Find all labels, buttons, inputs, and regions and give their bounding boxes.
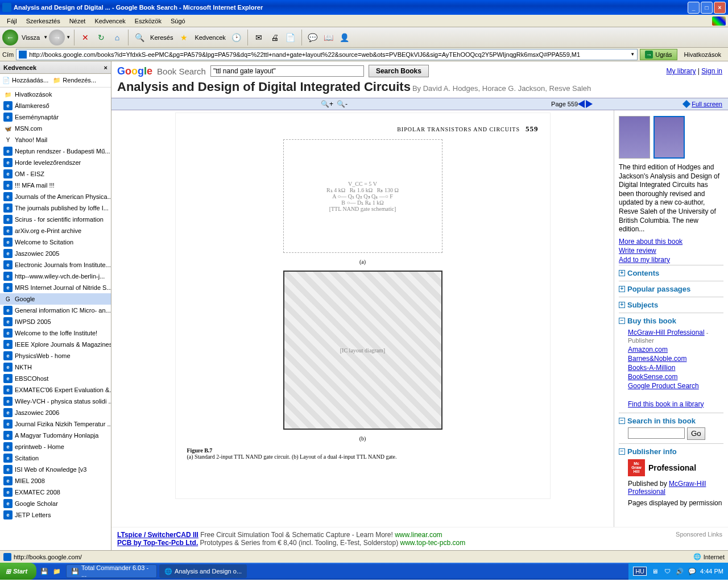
ad2-title-link[interactable]: PCB by Top-Tec-Pcb Ltd. <box>117 539 198 547</box>
favorite-item[interactable]: eMRS Internet Journal of Nitride S... <box>0 282 111 293</box>
contents-section[interactable]: +Contents <box>619 265 723 281</box>
ql-icon-1[interactable]: 💾 <box>39 566 50 577</box>
menu-view[interactable]: Nézet <box>65 16 90 26</box>
google-logo[interactable]: Google <box>117 65 152 77</box>
favorite-item[interactable]: ePhysicsWeb - home <box>0 350 111 361</box>
buy-bam-link[interactable]: Books-A-Million <box>628 364 723 372</box>
ad2-url[interactable]: www.top-tec-pcb.com <box>400 539 466 547</box>
menu-tools[interactable]: Eszközök <box>130 16 166 26</box>
favorite-item[interactable]: eEXMATEC'06 Expert Evaluation &... <box>0 384 111 396</box>
taskbar-item-2[interactable]: 🌐Analysis and Design o... <box>159 564 247 578</box>
refresh-button[interactable]: ↻ <box>94 30 109 45</box>
favorite-item[interactable]: eGoogle Scholar <box>0 498 111 509</box>
menu-edit[interactable]: Szerkesztés <box>22 16 65 26</box>
more-about-link[interactable]: More about this book <box>619 238 723 246</box>
favorites-close-icon[interactable]: × <box>104 64 107 71</box>
start-button[interactable]: ⊞ Start <box>0 563 36 580</box>
buy-bn-link[interactable]: Barnes&Noble.com <box>628 355 723 363</box>
menu-file[interactable]: Fájl <box>2 16 22 26</box>
favorite-item[interactable]: eHorde levelezőrendszer <box>0 157 111 168</box>
favorite-item[interactable]: eElectronic Journals from Institute... <box>0 259 111 271</box>
search-input[interactable] <box>210 65 364 77</box>
favorite-item[interactable]: eMIEL 2008 <box>0 475 111 487</box>
forward-button[interactable]: → <box>49 30 65 45</box>
favorite-item[interactable]: eJournal Fizika Nizkih Temperatur ... <box>0 418 111 430</box>
favorite-item[interactable]: eJournals of the American Physica... <box>0 191 111 202</box>
language-indicator[interactable]: HU <box>633 567 647 576</box>
favorites-star-icon[interactable]: ★ <box>176 30 191 45</box>
prev-page-button[interactable] <box>578 100 585 108</box>
clock[interactable]: 4:44 PM <box>700 568 723 575</box>
favorite-item[interactable]: GGoogle <box>0 293 111 305</box>
favorite-item[interactable]: eIEEE Xplore Journals & Magazines <box>0 339 111 350</box>
expand-icon[interactable]: + <box>619 302 625 308</box>
favorite-item[interactable]: 🦋MSN.com <box>0 123 111 134</box>
stop-button[interactable]: ✕ <box>78 30 93 45</box>
ql-icon-2[interactable]: 📁 <box>51 566 63 577</box>
close-button[interactable]: × <box>714 2 726 14</box>
favorite-item[interactable]: eIWPSD 2005 <box>0 316 111 327</box>
history-icon[interactable]: 🕑 <box>229 30 244 45</box>
favorite-item[interactable]: eEBSCOhost <box>0 373 111 384</box>
maximize-button[interactable]: □ <box>701 2 713 14</box>
search-in-book-go-button[interactable]: Go <box>687 427 705 440</box>
back-dropdown-icon[interactable]: ▼ <box>43 35 48 40</box>
favorite-item[interactable]: ehttp--www.wiley-vch.de-berlin-j... <box>0 271 111 282</box>
back-button[interactable]: ← <box>2 30 18 45</box>
print-icon[interactable]: 🖨 <box>267 30 282 45</box>
address-input[interactable]: http://books.google.com/books?id=YfdxkS-… <box>16 49 638 60</box>
address-dropdown-icon[interactable]: ▼ <box>630 52 635 57</box>
favorite-item[interactable]: eJETP Letters <box>0 509 111 521</box>
favorite-item[interactable]: eEseménynaptár <box>0 111 111 123</box>
links-button[interactable]: Hivatkozások <box>680 51 726 58</box>
favorite-item[interactable]: eISI Web of Knowledge [v3 <box>0 464 111 475</box>
favorite-item[interactable]: e!!! MFA mail !!! <box>0 180 111 191</box>
favorite-item[interactable]: eJaszowiec 2006 <box>0 407 111 418</box>
edit-icon[interactable]: 📄 <box>283 30 298 45</box>
favorite-item[interactable]: eScitation <box>0 452 111 464</box>
favorite-item[interactable]: eGeneral information IC Micro- an... <box>0 305 111 316</box>
favorite-item[interactable]: eWelcome to the Ioffe Institute! <box>0 327 111 339</box>
taskbar-item-1[interactable]: 💾Total Commander 6.03 - ... <box>66 564 157 578</box>
mail-icon[interactable]: ✉ <box>251 30 266 45</box>
book-page-view[interactable]: BIPOLAR TRANSISTORS AND CIRCUITS559 V_CC… <box>111 110 614 527</box>
favorite-item[interactable]: YYahoo! Mail <box>0 134 111 146</box>
tray-icon-2[interactable]: 🛡 <box>663 567 672 576</box>
popular-passages-section[interactable]: +Popular passages <box>619 281 723 297</box>
my-library-link[interactable]: My library <box>666 67 696 75</box>
favorite-item[interactable]: eA Magyar Tudomány Honlapja <box>0 430 111 441</box>
tray-icon-1[interactable]: 🖥 <box>650 567 659 576</box>
forward-dropdown-icon[interactable]: ▼ <box>66 35 71 40</box>
ad1-url[interactable]: www.linear.com <box>395 531 442 539</box>
favorite-item[interactable]: eOM - EISZ <box>0 168 111 180</box>
menu-favorites[interactable]: Kedvencek <box>90 16 130 26</box>
collapse-icon[interactable]: − <box>619 318 625 324</box>
home-button[interactable]: ⌂ <box>110 30 125 45</box>
research-icon[interactable]: 📖 <box>321 30 336 45</box>
next-page-button[interactable] <box>586 100 593 108</box>
collapse-icon[interactable]: − <box>619 418 625 424</box>
zoom-in-icon[interactable]: 🔍+ <box>321 100 333 108</box>
favorite-item[interactable]: eJaszowiec 2005 <box>0 248 111 259</box>
search-books-button[interactable]: Search Books <box>369 65 429 77</box>
favorite-item[interactable]: eThe journals published by Ioffe I... <box>0 202 111 214</box>
search-in-book-input[interactable] <box>628 427 685 439</box>
collapse-icon[interactable]: − <box>619 448 625 455</box>
favorite-item[interactable]: eScirus - for scientific information <box>0 214 111 225</box>
add-favorite-button[interactable]: 📄 Hozzáadás... <box>2 77 48 84</box>
sign-in-link[interactable]: Sign in <box>701 67 722 75</box>
favorite-item[interactable]: eeprintweb - Home <box>0 441 111 452</box>
buy-booksense-link[interactable]: BookSense.com <box>628 373 723 381</box>
minimize-button[interactable]: _ <box>688 2 700 14</box>
tray-icon-3[interactable]: 🔊 <box>675 567 684 576</box>
organize-favorites-button[interactable]: 📁 Rendezés... <box>53 77 96 84</box>
favorite-item[interactable]: eWelcome to Scitation <box>0 236 111 248</box>
buy-amazon-link[interactable]: Amazon.com <box>628 346 723 354</box>
expand-icon[interactable]: + <box>619 270 625 276</box>
favorite-item[interactable]: 📁Hivatkozások <box>0 89 111 100</box>
tray-icon-4[interactable]: 💬 <box>688 567 697 576</box>
cover-thumbnail-2[interactable] <box>653 116 685 159</box>
buy-mcgraw-link[interactable]: McGraw-Hill Professional <box>628 329 705 336</box>
go-button[interactable]: → Ugrás <box>640 49 677 60</box>
favorites-label[interactable]: Kedvencek <box>195 34 225 41</box>
